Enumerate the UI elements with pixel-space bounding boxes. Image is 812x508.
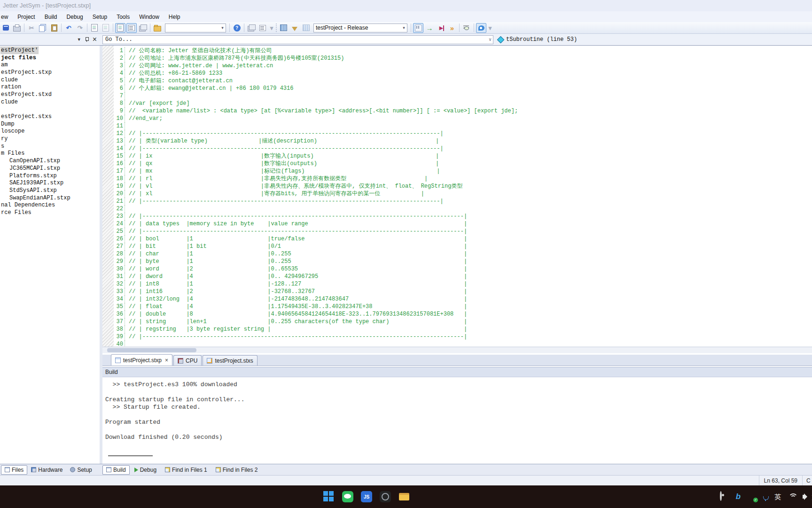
tree-item[interactable]: estProject.stxp bbox=[0, 69, 100, 76]
step-over-button[interactable]: » bbox=[447, 23, 457, 33]
code-line[interactable]: 19// | vl |非易失性内存、系统/模块寄存器中, 仅支持int、 flo… bbox=[102, 183, 812, 190]
code-line[interactable]: 2// 公司地址: 上海市浦东新区康桥路787号(中天科技商务园)6号楼105室… bbox=[102, 55, 812, 62]
watch-button[interactable] bbox=[461, 23, 472, 33]
code-line[interactable]: 7 bbox=[102, 92, 812, 100]
code-line[interactable]: 8//var [export jde] bbox=[102, 100, 812, 107]
tree-item[interactable]: am bbox=[0, 61, 100, 69]
new-project-button[interactable] bbox=[0, 23, 11, 33]
ime-language-indicator[interactable]: 英 bbox=[774, 492, 784, 501]
goto-combobox[interactable]: Go To... ∨ bbox=[102, 35, 493, 44]
code-line[interactable]: 21// |----------------------------------… bbox=[102, 198, 812, 205]
navigate-forward-button[interactable] bbox=[101, 23, 111, 33]
comment-search-button[interactable] bbox=[476, 23, 486, 33]
file-explorer-icon[interactable] bbox=[398, 491, 410, 502]
open-file-button[interactable] bbox=[152, 23, 163, 33]
code-line[interactable]: 13// | 类型(variable type) |描述(description… bbox=[102, 137, 812, 145]
hscrollbar-thumb[interactable] bbox=[107, 348, 196, 352]
copy-button[interactable] bbox=[38, 23, 48, 33]
tree-item[interactable]: JC365MCAPI.stxp bbox=[0, 165, 100, 172]
hardware-manager-button[interactable] bbox=[278, 23, 289, 33]
tree-item[interactable]: SwapEndianAPI.stxp bbox=[0, 194, 100, 202]
code-line[interactable]: 14// |----------------------------------… bbox=[102, 145, 812, 152]
stop-button[interactable]: ▶ bbox=[436, 23, 446, 33]
code-line[interactable]: 4// 公司总机: +86-21-5869 1233 bbox=[102, 70, 812, 77]
jetsym-app-icon[interactable]: JS bbox=[361, 491, 372, 502]
code-line[interactable]: 11 bbox=[102, 122, 812, 130]
code-line[interactable]: 16// | qx |数字输出(outputs) | bbox=[102, 160, 812, 167]
toolbar-overflow-button[interactable]: ▾ bbox=[269, 23, 274, 33]
editor-hscrollbar[interactable] bbox=[102, 347, 812, 353]
menu-item-setup[interactable]: Setup bbox=[88, 12, 112, 22]
tree-item[interactable]: clude bbox=[0, 98, 100, 106]
panel-tab-find-in-files-1[interactable]: Find in Files 1 bbox=[161, 465, 211, 475]
document-tab-cpu[interactable]: CPU bbox=[173, 355, 202, 365]
code-line[interactable]: 10//end_var; bbox=[102, 115, 812, 122]
code-line[interactable]: 39// |----------------------------------… bbox=[102, 333, 812, 341]
window-cascade-button[interactable] bbox=[246, 23, 257, 33]
code-line[interactable]: 32// | int8 |1 |-128..127 | bbox=[102, 280, 812, 288]
menu-item-ew[interactable]: ew bbox=[0, 12, 13, 22]
download-to-device-button[interactable] bbox=[289, 23, 300, 33]
build-config-combobox[interactable]: testProject - Release ▾ bbox=[313, 24, 407, 32]
undo-button[interactable]: ↶ bbox=[63, 23, 74, 33]
code-line[interactable]: 3// 公司网址: www.jetter.de | www.jetterat.c… bbox=[102, 62, 812, 70]
menu-item-debug[interactable]: Debug bbox=[62, 12, 87, 22]
code-line[interactable]: 22 bbox=[102, 205, 812, 213]
cascade-windows-button[interactable] bbox=[138, 23, 148, 33]
start-button[interactable]: → bbox=[424, 23, 435, 33]
panel-tab-find-in-files-2[interactable]: Find in Files 2 bbox=[212, 465, 262, 475]
wifi-icon[interactable] bbox=[788, 492, 797, 501]
tree-item[interactable]: ry bbox=[0, 135, 100, 143]
recorder-app-icon[interactable] bbox=[380, 491, 391, 502]
tree-item[interactable]: CanOpenAPI.stxp bbox=[0, 157, 100, 165]
panel-menu-icon[interactable]: ▼ bbox=[77, 37, 81, 42]
function-combobox[interactable]: tSubroutine (line 53) bbox=[493, 36, 812, 43]
code-line[interactable]: 38// | regstring |3 byte register string… bbox=[102, 325, 812, 333]
code-line[interactable]: 35// | float |4 |1.17549435E-38..3.40282… bbox=[102, 303, 812, 310]
tree-item[interactable]: StdSysAPI.stxp bbox=[0, 187, 100, 194]
document-tab-testproject.stxs[interactable]: testProject.stxs bbox=[203, 355, 257, 365]
code-editor[interactable]: 1// 公司名称: Jetter 坚德自动化技术(上海)有限公司2// 公司地址… bbox=[102, 46, 812, 347]
menu-item-project[interactable]: Project bbox=[13, 12, 39, 22]
tree-item[interactable]: m Files bbox=[0, 150, 100, 158]
code-line[interactable]: 37// | string |len+1 |0..255 characters(… bbox=[102, 318, 812, 325]
toolbar-drag-handle[interactable] bbox=[276, 24, 277, 32]
code-line[interactable]: 9// <variable name/list> : <data type> [… bbox=[102, 107, 812, 115]
code-line[interactable]: 33// | int16 |2 |-32768..32767 | bbox=[102, 288, 812, 295]
quick-search-combobox[interactable]: ▾ bbox=[165, 24, 226, 32]
code-line[interactable]: 1// 公司名称: Jetter 坚德自动化技术(上海)有限公司 bbox=[102, 47, 812, 55]
print-button[interactable] bbox=[12, 23, 22, 33]
menu-item-help[interactable]: Help bbox=[164, 12, 185, 22]
sidebar-tab-setup[interactable]: Setup bbox=[66, 465, 95, 475]
speaker-icon[interactable] bbox=[802, 492, 811, 501]
redo-button[interactable]: ↷ bbox=[75, 23, 85, 33]
tree-item[interactable]: clude bbox=[0, 76, 100, 84]
security-shield-icon[interactable]: ✓ bbox=[747, 492, 757, 501]
bing-tray-icon[interactable]: b bbox=[734, 492, 743, 501]
project-tree-toggle-button[interactable] bbox=[115, 23, 125, 33]
menu-item-window[interactable]: Window bbox=[134, 12, 164, 22]
chat-app-icon[interactable] bbox=[342, 491, 353, 502]
code-line[interactable]: 36// | double |8 |4.9406564584124654418E… bbox=[102, 310, 812, 318]
title-bar[interactable]: Jetter JetSym - [testProject.stxp] bbox=[0, 0, 812, 11]
help-button[interactable]: ? bbox=[232, 23, 242, 33]
tree-item[interactable]: estProject.stxs bbox=[0, 113, 100, 120]
tree-item[interactable]: SAEJ1939API.stxp bbox=[0, 179, 100, 187]
code-line[interactable]: 23// |----------------------------------… bbox=[102, 213, 812, 220]
cut-button[interactable]: ✂ bbox=[26, 23, 37, 33]
tree-item[interactable]: nal Dependencies bbox=[0, 201, 100, 209]
code-line[interactable]: 6// 个人邮箱: ewang@jetterat.cn | +86 180 01… bbox=[102, 85, 812, 92]
toolbar-overflow-button-2[interactable]: ▾ bbox=[487, 23, 493, 33]
close-tab-icon[interactable]: × bbox=[165, 357, 168, 364]
tree-item[interactable]: estProject.stxd bbox=[0, 91, 100, 98]
menu-item-tools[interactable]: Tools bbox=[112, 12, 134, 22]
code-line[interactable]: 30// | word |2 |0..65535 | bbox=[102, 265, 812, 273]
tree-item[interactable]: Dump bbox=[0, 120, 100, 128]
panel-tab-build[interactable]: Build bbox=[102, 465, 130, 475]
navigate-back-button[interactable] bbox=[89, 23, 100, 33]
tree-item[interactable]: rce Files bbox=[0, 209, 100, 216]
obs-tray-icon[interactable] bbox=[720, 492, 729, 501]
tree-item[interactable]: ration bbox=[0, 83, 100, 91]
code-line[interactable]: 12// |----------------------------------… bbox=[102, 130, 812, 137]
upload-from-device-button[interactable] bbox=[301, 23, 311, 33]
